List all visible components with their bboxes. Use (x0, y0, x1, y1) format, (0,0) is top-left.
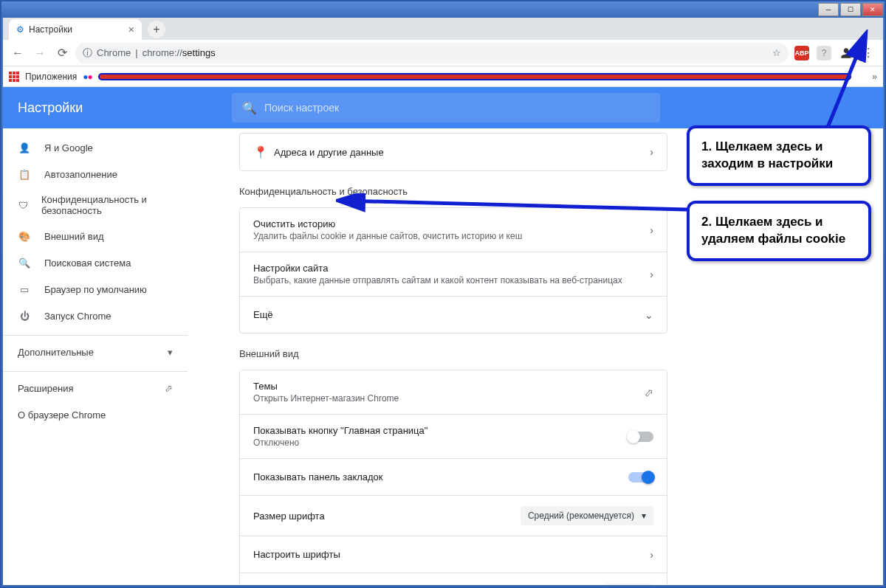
settings-header: Настройки 🔍 (3, 87, 883, 128)
row-clear-history[interactable]: Очистить историю Удалить файлы cookie и … (240, 208, 667, 252)
settings-sidebar: 👤 Я и Google 📋 Автозаполнение 🛡 Конфиден… (3, 128, 188, 585)
location-pin-icon: 📍 (253, 145, 274, 159)
sidebar-item-label: Конфиденциальность и безопасность (41, 194, 173, 216)
page-zoom-dropdown[interactable]: 100% ▾ (604, 584, 653, 585)
row-bookmarks-bar[interactable]: Показывать панель закладок (240, 458, 667, 495)
chevron-right-icon: › (650, 146, 653, 158)
sidebar-item-label: Автозаполнение (44, 169, 117, 180)
tab-title: Настройки (29, 24, 72, 35)
annotation-box-1: 1. Щелкаем здесь и заходим в настройки (687, 125, 871, 186)
power-icon: ⏻ (18, 311, 31, 322)
external-link-icon: ⬀ (165, 383, 173, 394)
maximize-button[interactable]: ☐ (840, 3, 861, 16)
sidebar-item-label: Я и Google (44, 142, 93, 153)
flickr-bookmark-icon[interactable]: ●● (83, 72, 92, 82)
tabstrip: ⚙ Настройки × + (3, 18, 883, 40)
chevron-down-icon: ▾ (168, 347, 173, 358)
chevron-right-icon: › (650, 224, 653, 236)
section-privacy-title: Конфиденциальность и безопасность (239, 186, 667, 197)
sidebar-about[interactable]: О браузере Chrome (3, 401, 188, 428)
gear-icon: ⚙ (16, 24, 24, 35)
sidebar-about-label: О браузере Chrome (18, 409, 106, 421)
forward-button[interactable]: → (31, 44, 49, 62)
chevron-down-icon: ⌄ (645, 309, 653, 321)
annotation-box-2: 2. Щелкаем здесь и удаляем файлы cookie (687, 201, 871, 261)
sidebar-item-autofill[interactable]: 📋 Автозаполнение (3, 161, 188, 187)
apps-grid-icon[interactable] (9, 72, 19, 82)
address-prefix: Chrome (97, 47, 131, 58)
abp-extension-icon[interactable]: ABP (793, 44, 811, 62)
settings-title: Настройки (3, 100, 232, 116)
clipboard-icon: 📋 (18, 169, 31, 180)
browser-chrome: ⚙ Настройки × + ← → ⟳ ⓘ Chrome | chrome:… (3, 18, 883, 585)
row-page-zoom[interactable]: Масштабирование страницы 100% ▾ (240, 573, 667, 585)
settings-search[interactable]: 🔍 (232, 93, 660, 122)
settings-main: 📍 Адреса и другие данные › Конфиденциаль… (188, 128, 883, 585)
row-home-button[interactable]: Показывать кнопку "Главная страница" Отк… (240, 414, 667, 458)
window-frame: ─ ☐ ✕ ⚙ Настройки × + ← → ⟳ ⓘ Chrome | c… (0, 0, 886, 588)
browser-toolbar: ← → ⟳ ⓘ Chrome | chrome://settings ☆ ABP… (3, 40, 883, 66)
sidebar-separator (3, 335, 188, 336)
redacted-bookmarks (98, 73, 852, 80)
new-tab-button[interactable]: + (148, 21, 165, 38)
bookmark-star-icon[interactable]: ☆ (772, 47, 781, 58)
appearance-card: Темы Открыть Интернет-магазин Chrome ⬀ П… (239, 370, 667, 585)
person-icon: 👤 (18, 142, 31, 153)
row-addresses[interactable]: 📍 Адреса и другие данные › (240, 134, 667, 170)
row-customize-fonts[interactable]: Настроить шрифты › (240, 536, 667, 573)
sidebar-item-you-and-google[interactable]: 👤 Я и Google (3, 134, 188, 161)
home-button-toggle[interactable] (628, 432, 653, 442)
tab-settings[interactable]: ⚙ Настройки × (9, 19, 142, 40)
row-site-settings[interactable]: Настройки сайта Выбрать, какие данные от… (240, 252, 667, 296)
settings-body: 👤 Я и Google 📋 Автозаполнение 🛡 Конфиден… (3, 128, 883, 585)
bookmarks-bar-toggle[interactable] (628, 472, 653, 482)
row-themes[interactable]: Темы Открыть Интернет-магазин Chrome ⬀ (240, 370, 667, 414)
kebab-menu-icon[interactable]: ⋮ (859, 44, 877, 62)
bookmarks-bar: Приложения ●● » (3, 66, 883, 87)
sidebar-item-appearance[interactable]: 🎨 Внешний вид (3, 223, 188, 249)
sidebar-item-search-engine[interactable]: 🔍 Поисковая система (3, 249, 188, 276)
site-info-icon[interactable]: ⓘ (83, 46, 92, 60)
sidebar-item-privacy[interactable]: 🛡 Конфиденциальность и безопасность (3, 187, 188, 223)
addresses-card: 📍 Адреса и другие данные › (239, 133, 667, 171)
settings-search-input[interactable] (264, 102, 650, 114)
sidebar-item-label: Запуск Chrome (44, 311, 111, 322)
close-tab-icon[interactable]: × (128, 24, 134, 35)
sidebar-separator (3, 371, 188, 372)
sidebar-item-label: Внешний вид (44, 231, 104, 242)
chevron-right-icon: › (650, 269, 653, 280)
search-icon: 🔍 (18, 257, 31, 269)
apps-label[interactable]: Приложения (25, 72, 77, 82)
sidebar-item-default-browser[interactable]: ▭ Браузер по умолчанию (3, 276, 188, 302)
chevron-right-icon: › (650, 549, 653, 561)
privacy-card: Очистить историю Удалить файлы cookie и … (239, 207, 667, 333)
address-host: chrome://settings (142, 47, 216, 58)
sidebar-extensions-label: Расширения (18, 383, 74, 394)
row-more[interactable]: Ещё ⌄ (240, 296, 667, 333)
reload-button[interactable]: ⟳ (53, 44, 71, 62)
minimize-button[interactable]: ─ (818, 3, 839, 16)
external-link-icon: ⬀ (645, 387, 653, 398)
address-bar[interactable]: ⓘ Chrome | chrome://settings ☆ (75, 43, 789, 63)
help-extension-icon[interactable]: ? (815, 44, 833, 62)
sidebar-extensions[interactable]: Расширения ⬀ (3, 375, 188, 401)
window-icon: ▭ (18, 284, 31, 295)
section-appearance-title: Внешний вид (239, 348, 667, 359)
font-size-dropdown[interactable]: Средний (рекомендуется) ▾ (521, 506, 653, 525)
sidebar-item-label: Поисковая система (44, 257, 131, 269)
close-window-button[interactable]: ✕ (862, 3, 883, 16)
bookmarks-overflow-icon[interactable]: » (872, 72, 877, 82)
sidebar-item-label: Браузер по умолчанию (44, 284, 147, 295)
chevron-down-icon: ▾ (642, 511, 646, 521)
search-icon: 🔍 (242, 101, 257, 115)
row-font-size[interactable]: Размер шрифта Средний (рекомендуется) ▾ (240, 495, 667, 536)
sidebar-advanced[interactable]: Дополнительные ▾ (3, 339, 188, 365)
back-button[interactable]: ← (9, 44, 27, 62)
sidebar-advanced-label: Дополнительные (18, 347, 94, 358)
shield-icon: 🛡 (18, 200, 28, 211)
profile-icon[interactable] (837, 44, 855, 62)
titlebar: ─ ☐ ✕ (1, 1, 885, 18)
palette-icon: 🎨 (18, 231, 31, 242)
sidebar-item-on-startup[interactable]: ⏻ Запуск Chrome (3, 302, 188, 329)
